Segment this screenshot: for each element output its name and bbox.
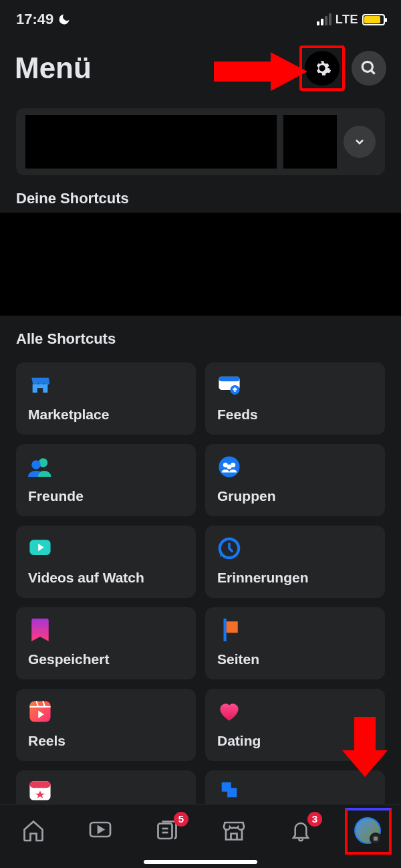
shortcut-reels[interactable]: Reels bbox=[16, 689, 196, 761]
shortcuts-grid: Marketplace Feeds Freunde Gruppen Videos… bbox=[0, 353, 401, 809]
network-label: LTE bbox=[336, 13, 358, 27]
shortcut-pages[interactable]: Seiten bbox=[205, 607, 385, 679]
settings-button[interactable] bbox=[305, 51, 340, 86]
reels-icon bbox=[28, 699, 52, 724]
groups-icon bbox=[217, 455, 241, 479]
home-indicator bbox=[144, 860, 257, 864]
profile-switcher[interactable] bbox=[16, 108, 385, 175]
signal-icon bbox=[317, 13, 331, 25]
shortcut-memories[interactable]: Erinnerungen bbox=[205, 526, 385, 598]
svg-line-1 bbox=[371, 70, 374, 74]
shortcut-label: Marketplace bbox=[28, 407, 184, 423]
watch-tab-icon bbox=[88, 820, 112, 841]
svg-point-0 bbox=[362, 62, 372, 72]
shortcut-label: Seiten bbox=[217, 651, 373, 667]
svg-rect-5 bbox=[219, 376, 239, 381]
shortcut-label: Gespeichert bbox=[28, 651, 184, 667]
home-icon bbox=[21, 819, 45, 843]
tab-watch[interactable] bbox=[84, 815, 116, 847]
shortcut-feeds[interactable]: Feeds bbox=[205, 362, 385, 435]
profile-avatar-redacted bbox=[283, 115, 337, 169]
svg-point-12 bbox=[227, 464, 231, 469]
feeds-icon bbox=[217, 373, 241, 397]
all-shortcuts-heading: Alle Shortcuts bbox=[0, 316, 401, 353]
shortcut-label: Reels bbox=[28, 733, 184, 749]
menu-mini-icon bbox=[370, 833, 382, 845]
shortcut-label: Videos auf Watch bbox=[28, 570, 184, 586]
search-icon bbox=[360, 60, 378, 77]
search-button[interactable] bbox=[352, 51, 386, 86]
your-shortcuts-redacted bbox=[0, 213, 401, 316]
svg-rect-24 bbox=[29, 781, 50, 788]
page-header: Menü bbox=[0, 33, 401, 99]
news-badge: 5 bbox=[174, 812, 188, 827]
shortcut-label: Feeds bbox=[217, 407, 373, 423]
shortcut-watch[interactable]: Videos auf Watch bbox=[16, 526, 196, 598]
saved-icon bbox=[28, 618, 52, 642]
gaming-icon bbox=[217, 778, 241, 801]
svg-marker-29 bbox=[98, 827, 104, 833]
chevron-down-icon bbox=[353, 135, 366, 148]
tab-news[interactable]: 5 bbox=[151, 815, 183, 847]
tab-home[interactable] bbox=[17, 815, 49, 847]
svg-rect-16 bbox=[224, 619, 227, 641]
svg-rect-17 bbox=[227, 621, 238, 633]
page-title: Menü bbox=[15, 51, 92, 85]
watch-icon bbox=[28, 536, 52, 560]
svg-marker-27 bbox=[342, 750, 388, 777]
shortcut-groups[interactable]: Gruppen bbox=[205, 444, 385, 516]
status-time: 17:49 bbox=[16, 11, 53, 28]
tab-marketplace[interactable] bbox=[218, 815, 250, 847]
do-not-disturb-icon bbox=[57, 13, 71, 26]
avatar-icon bbox=[354, 817, 381, 844]
shortcut-label: Erinnerungen bbox=[217, 570, 373, 586]
memories-icon bbox=[217, 536, 241, 560]
shortcut-saved[interactable]: Gespeichert bbox=[16, 607, 196, 679]
dating-icon bbox=[217, 699, 241, 724]
friends-icon bbox=[28, 455, 52, 479]
svg-marker-3 bbox=[271, 52, 307, 91]
pages-icon bbox=[217, 618, 241, 642]
marketplace-tab-icon bbox=[222, 819, 246, 842]
status-bar: 17:49 LTE bbox=[0, 0, 401, 33]
annotation-arrow-menu bbox=[342, 717, 388, 777]
profile-name-redacted bbox=[25, 115, 277, 169]
marketplace-icon bbox=[28, 373, 52, 397]
shortcut-marketplace[interactable]: Marketplace bbox=[16, 362, 196, 435]
annotation-arrow-settings bbox=[214, 52, 307, 91]
shortcut-friends[interactable]: Freunde bbox=[16, 444, 196, 516]
battery-icon bbox=[362, 14, 385, 25]
shortcut-label: Freunde bbox=[28, 488, 184, 504]
shortcut-label: Gruppen bbox=[217, 488, 373, 504]
svg-rect-26 bbox=[354, 717, 376, 754]
profile-expand-button[interactable] bbox=[344, 126, 376, 158]
your-shortcuts-heading: Deine Shortcuts bbox=[0, 175, 401, 213]
notifications-badge: 3 bbox=[307, 812, 322, 827]
bottom-tab-bar: 5 3 bbox=[0, 804, 401, 868]
tab-notifications[interactable]: 3 bbox=[285, 815, 317, 847]
events-icon bbox=[28, 778, 52, 801]
svg-point-8 bbox=[31, 460, 41, 469]
tab-menu[interactable] bbox=[352, 815, 384, 847]
svg-rect-18 bbox=[29, 701, 50, 722]
gear-icon bbox=[313, 59, 331, 78]
svg-rect-30 bbox=[158, 823, 172, 839]
svg-rect-2 bbox=[214, 62, 274, 82]
